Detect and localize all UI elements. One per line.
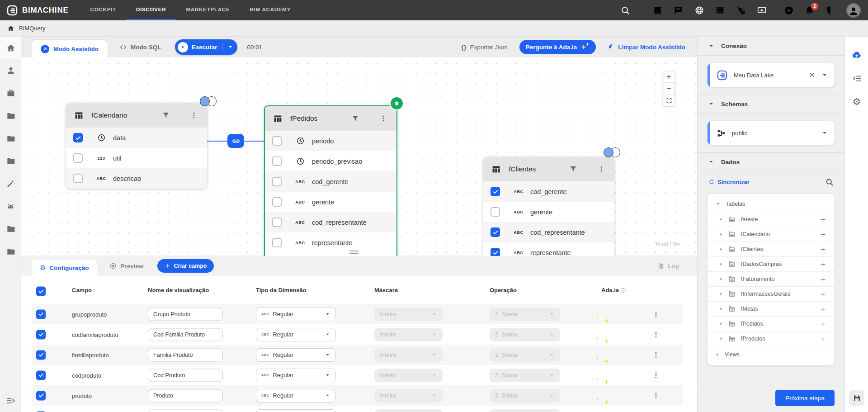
node-header[interactable]: fPedidos bbox=[265, 106, 396, 131]
tree-root-tabelas[interactable]: Tabelas bbox=[708, 196, 835, 212]
sidebar-folder-icon-2[interactable] bbox=[0, 127, 21, 150]
info-icon[interactable]: ⓘ bbox=[621, 288, 626, 293]
log-button[interactable]: Log bbox=[658, 263, 679, 270]
tipo-dimensao-select[interactable]: ABCRegular bbox=[256, 308, 336, 321]
query-canvas[interactable]: fCalendario data 123 util ABC bbox=[21, 57, 697, 256]
field-row[interactable]: 123 util bbox=[66, 148, 207, 168]
add-table-icon[interactable] bbox=[820, 216, 826, 223]
node-resize-handle[interactable] bbox=[349, 251, 359, 254]
field-row[interactable]: ABC representante bbox=[483, 242, 614, 256]
tree-item-fateste[interactable]: fateste bbox=[708, 212, 835, 227]
field-checkbox[interactable] bbox=[73, 153, 83, 163]
field-row[interactable]: ABC cod_representante bbox=[483, 222, 614, 242]
collapse-panel-icon[interactable] bbox=[845, 66, 868, 90]
star-badge-icon[interactable] bbox=[391, 97, 403, 109]
zoom-in-button[interactable]: + bbox=[663, 71, 675, 83]
table-node-fpedidos[interactable]: fPedidos periodo periodo_previsao ABC bbox=[264, 105, 397, 256]
add-table-icon[interactable] bbox=[820, 306, 826, 313]
filter-icon[interactable] bbox=[569, 165, 577, 173]
field-row[interactable]: ABC cod_gerente bbox=[265, 171, 396, 192]
kebab-menu-icon[interactable] bbox=[379, 114, 387, 123]
filter-icon[interactable] bbox=[351, 114, 359, 123]
field-row[interactable]: data bbox=[66, 128, 207, 148]
field-row[interactable]: ABC gerente bbox=[483, 202, 614, 222]
row-menu-icon[interactable] bbox=[652, 331, 660, 339]
tree-root-views[interactable]: Views bbox=[708, 346, 835, 363]
brand-logo[interactable]: BIMΛCHINE bbox=[0, 0, 80, 20]
field-row[interactable]: periodo_previsao bbox=[265, 151, 396, 171]
shield-icon[interactable] bbox=[826, 5, 835, 15]
proxima-etapa-button[interactable]: Próxima etapa bbox=[775, 390, 835, 406]
field-checkbox[interactable] bbox=[272, 156, 282, 166]
kebab-menu-icon[interactable] bbox=[190, 111, 198, 119]
table-node-fclientes[interactable]: fClientes ABC cod_gerente ABC gerente AB… bbox=[483, 157, 614, 256]
close-icon[interactable] bbox=[808, 71, 816, 79]
exportar-json-button[interactable]: {} Exportar Json bbox=[461, 44, 507, 51]
fit-view-button[interactable] bbox=[663, 95, 675, 106]
sidebar-folder-icon-4[interactable] bbox=[0, 218, 21, 240]
nav-item-marketplace[interactable]: MARKETPLACE bbox=[176, 0, 240, 20]
row-checkbox[interactable] bbox=[36, 391, 46, 400]
notifications-icon[interactable]: 2 bbox=[805, 5, 815, 15]
field-checkbox[interactable] bbox=[491, 207, 500, 217]
globe-icon[interactable] bbox=[694, 5, 704, 15]
tipo-dimensao-select[interactable]: ABCRegular bbox=[256, 328, 336, 341]
search-icon[interactable] bbox=[620, 5, 630, 15]
sidebar-briefcase-icon[interactable] bbox=[0, 82, 21, 104]
nome-visualizacao-input[interactable] bbox=[148, 369, 223, 382]
sincronizar-button[interactable]: Sincronizar bbox=[708, 179, 750, 185]
limpar-modo-assistido-button[interactable]: Limpar Modo Assistido bbox=[608, 43, 685, 51]
connection-card[interactable]: Meu Data Lake bbox=[708, 63, 835, 87]
row-checkbox[interactable] bbox=[36, 309, 46, 319]
tree-item-fcalendario[interactable]: fCalendario bbox=[708, 227, 835, 242]
sidebar-folder-icon-3[interactable] bbox=[0, 150, 21, 172]
cloud-upload-icon[interactable] bbox=[845, 43, 868, 66]
chevron-down-icon[interactable] bbox=[821, 71, 828, 79]
tree-item-fmetas[interactable]: fMetas bbox=[708, 302, 835, 317]
sidebar-robot-icon[interactable] bbox=[0, 195, 21, 218]
add-table-icon[interactable] bbox=[820, 231, 826, 238]
field-checkbox[interactable] bbox=[272, 238, 282, 247]
add-table-icon[interactable] bbox=[820, 276, 826, 283]
tab-preview[interactable]: Preview bbox=[109, 262, 143, 270]
user-avatar[interactable] bbox=[846, 3, 861, 18]
row-menu-icon[interactable] bbox=[652, 351, 660, 359]
calendar-icon[interactable] bbox=[653, 5, 663, 15]
chevron-down-icon[interactable] bbox=[821, 129, 828, 137]
node-header[interactable]: fCalendario bbox=[66, 103, 207, 128]
field-checkbox[interactable] bbox=[491, 187, 500, 196]
row-menu-icon[interactable] bbox=[652, 371, 660, 379]
filter-icon[interactable] bbox=[162, 111, 170, 119]
save-icon[interactable] bbox=[849, 390, 864, 406]
row-menu-icon[interactable] bbox=[652, 392, 660, 400]
tab-modo-assistido[interactable]: Modo Assistido bbox=[32, 40, 108, 57]
tipo-dimensao-select[interactable]: ABCRegular bbox=[256, 348, 336, 362]
nav-item-discover[interactable]: DISCOVER bbox=[126, 0, 176, 20]
section-dados[interactable]: Dados bbox=[698, 152, 844, 171]
nome-visualizacao-input[interactable] bbox=[148, 348, 223, 361]
settings-gear-icon[interactable]: ⚙ bbox=[845, 90, 868, 114]
tipo-dimensao-select[interactable]: ABCRegular bbox=[256, 389, 336, 403]
field-row[interactable]: ABC gerente bbox=[265, 192, 396, 212]
tree-item-finformacoesgerais[interactable]: fInformacoesGerais bbox=[708, 287, 835, 302]
sidebar-magic-wand-icon[interactable] bbox=[0, 172, 21, 195]
field-checkbox[interactable] bbox=[73, 133, 83, 142]
join-link-icon[interactable] bbox=[227, 134, 244, 148]
add-table-icon[interactable] bbox=[820, 291, 826, 298]
tree-item-ff aturamento[interactable]: fFaturamento bbox=[708, 272, 835, 287]
sidebar-expand-icon[interactable] bbox=[0, 393, 21, 408]
sidebar-folder-icon-5[interactable] bbox=[0, 240, 21, 263]
nav-item-bim-academy[interactable]: BIM ACADEMY bbox=[240, 0, 301, 20]
field-row[interactable]: ABC cod_representante bbox=[265, 212, 396, 232]
add-icon[interactable] bbox=[784, 5, 794, 15]
tipo-dimensao-select[interactable] bbox=[256, 409, 336, 412]
field-checkbox[interactable] bbox=[272, 177, 282, 186]
row-checkbox[interactable] bbox=[36, 330, 46, 339]
criar-campo-button[interactable]: Criar campo bbox=[157, 259, 214, 273]
field-checkbox[interactable] bbox=[73, 174, 83, 183]
tab-configuracao[interactable]: ⚙ Configuração bbox=[32, 260, 97, 276]
add-table-icon[interactable] bbox=[820, 261, 826, 268]
screen-share-icon[interactable] bbox=[757, 5, 767, 15]
tab-modo-sql[interactable]: Modo SQL bbox=[119, 43, 161, 51]
activity-cursor-icon[interactable] bbox=[736, 5, 746, 15]
